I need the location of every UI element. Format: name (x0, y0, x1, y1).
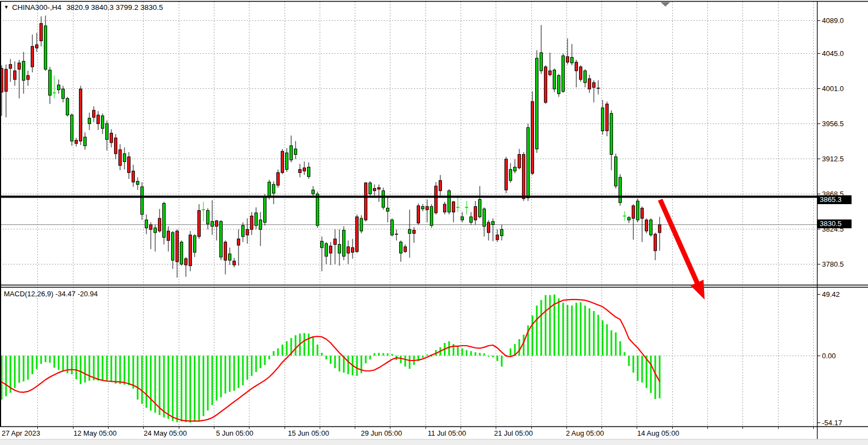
chart-canvas[interactable]: 4089.04045.04001.03956.53912.53868.53824… (0, 0, 868, 445)
svg-text:27 Apr 2023: 27 Apr 2023 (2, 429, 40, 437)
macd-indicator-label: MACD(12,26,9) -34.47 -20.94 (4, 290, 98, 298)
svg-text:0.00: 0.00 (822, 352, 836, 360)
symbol-period-label: CHINA300-,H4 (12, 3, 61, 12)
bid-price-badge: 3830.5 (818, 219, 852, 228)
svg-text:4089.0: 4089.0 (822, 16, 844, 25)
svg-text:2 Aug 05:00: 2 Aug 05:00 (566, 429, 604, 437)
svg-text:3956.5: 3956.5 (822, 120, 844, 128)
resistance-price-badge: 3865.3 (818, 195, 852, 204)
svg-text:5 Jun 05:00: 5 Jun 05:00 (216, 429, 253, 437)
svg-text:4045.0: 4045.0 (822, 49, 844, 58)
svg-text:14 Aug 05:00: 14 Aug 05:00 (637, 429, 679, 437)
chart-window: 4089.04045.04001.03956.53912.53868.53824… (0, 0, 868, 445)
symbol-title-bar: ▼CHINA300-,H43820.9 3840.3 3799.2 3830.5 (4, 3, 163, 12)
svg-text:29 Jun 05:00: 29 Jun 05:00 (361, 429, 402, 437)
svg-text:49.42: 49.42 (822, 290, 840, 298)
window-bottom-strip (0, 440, 868, 445)
svg-text:3780.5: 3780.5 (822, 260, 844, 268)
svg-text:11 Jul 05:00: 11 Jul 05:00 (428, 429, 466, 437)
collapse-triangle-icon[interactable]: ▼ (4, 4, 9, 10)
svg-text:-54.17: -54.17 (822, 419, 842, 427)
svg-text:15 Jun 05:00: 15 Jun 05:00 (288, 429, 329, 437)
svg-text:3912.5: 3912.5 (822, 155, 844, 163)
svg-text:21 Jul 05:00: 21 Jul 05:00 (494, 429, 533, 437)
svg-text:12 May 05:00: 12 May 05:00 (73, 429, 117, 437)
chart-background (0, 0, 868, 445)
svg-text:4001.0: 4001.0 (822, 85, 844, 93)
svg-text:24 May 05:00: 24 May 05:00 (144, 429, 187, 437)
ohlc-values-label: 3820.9 3840.3 3799.2 3830.5 (66, 3, 163, 12)
